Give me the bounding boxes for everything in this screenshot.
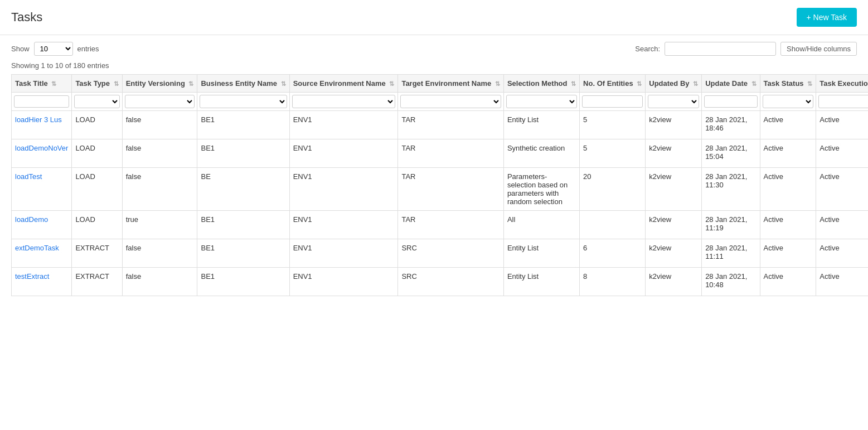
cell-no-of-entities: 6: [580, 239, 646, 268]
filter-selection-method[interactable]: [503, 93, 579, 111]
col-selection-method[interactable]: Selection Method ⇅: [503, 75, 579, 93]
task-title-link[interactable]: loadHier 3 Lus: [15, 115, 62, 124]
cell-task-status: Active: [760, 239, 816, 268]
cell-business-entity-name: BE1: [197, 239, 289, 268]
cell-task-execution-status: Active: [816, 211, 868, 239]
col-update-date[interactable]: Update Date ⇅: [702, 75, 760, 93]
filter-selection-method-select[interactable]: [506, 95, 577, 108]
col-source-env[interactable]: Source Environment Name ⇅: [289, 75, 398, 93]
filter-task-exec-status[interactable]: [816, 93, 868, 111]
col-task-type[interactable]: Task Type ⇅: [72, 75, 122, 93]
sort-icon-no-entities: ⇅: [637, 80, 642, 88]
cell-task-type: EXTRACT: [72, 239, 122, 268]
show-hide-columns-button[interactable]: Show/Hide columns: [780, 42, 857, 56]
cell-source-env: ENV1: [289, 111, 398, 139]
show-entries-control: Show 10 25 50 100 entries: [11, 42, 99, 56]
filter-entity-versioning[interactable]: [122, 93, 197, 111]
cell-updated-by: k2view: [646, 211, 702, 239]
sort-icon-source-env: ⇅: [389, 80, 394, 88]
cell-task-execution-status: Active: [816, 111, 868, 139]
new-task-button[interactable]: + New Task: [797, 8, 857, 27]
cell-entity-versioning: true: [122, 211, 197, 239]
task-title-link[interactable]: testExtract: [15, 272, 49, 281]
cell-source-env: ENV1: [289, 168, 398, 211]
cell-target-env: TAR: [398, 111, 503, 139]
filter-target-env-select[interactable]: [400, 95, 501, 108]
filter-source-env[interactable]: [289, 93, 398, 111]
tasks-table: Task Title ⇅ Task Type ⇅ Entity Versioni…: [11, 74, 868, 296]
cell-updated-by: k2view: [646, 268, 702, 296]
filter-task-status-select[interactable]: [763, 95, 814, 108]
filter-source-env-select[interactable]: [292, 95, 396, 108]
filter-target-env[interactable]: [398, 93, 503, 111]
cell-task-status: Active: [760, 268, 816, 296]
cell-updated-by: k2view: [646, 239, 702, 268]
filter-updated-by-select[interactable]: [648, 95, 699, 108]
cell-no-of-entities: [580, 211, 646, 239]
cell-no-of-entities: 5: [580, 139, 646, 168]
cell-business-entity-name: BE1: [197, 139, 289, 168]
table-row: loadDemoNoVerLOADfalseBE1ENV1TARSyntheti…: [12, 139, 869, 168]
cell-business-entity-name: BE1: [197, 211, 289, 239]
task-title-link[interactable]: loadDemoNoVer: [15, 144, 68, 152]
cell-selection-method: Entity List: [503, 268, 579, 296]
filter-task-type-select[interactable]: [74, 95, 119, 108]
column-header-row: Task Title ⇅ Task Type ⇅ Entity Versioni…: [12, 75, 869, 93]
table-body: loadHier 3 LusLOADfalseBE1ENV1TAREntity …: [12, 111, 869, 296]
cell-task-type: EXTRACT: [72, 268, 122, 296]
cell-target-env: TAR: [398, 139, 503, 168]
sort-icon-task-type: ⇅: [114, 80, 119, 88]
filter-business-entity-select[interactable]: [200, 95, 287, 108]
filter-entity-versioning-select[interactable]: [125, 95, 195, 108]
filter-no-entities-input[interactable]: [582, 95, 643, 108]
filter-task-type[interactable]: [72, 93, 122, 111]
filter-updated-by[interactable]: [646, 93, 702, 111]
cell-task-status: Active: [760, 211, 816, 239]
toolbar: Show 10 25 50 100 entries Search: Show/H…: [0, 35, 868, 58]
task-title-link[interactable]: loadTest: [15, 172, 42, 181]
page-header: Tasks + New Task: [0, 0, 868, 35]
filter-task-title[interactable]: [12, 93, 72, 111]
cell-business-entity-name: BE: [197, 168, 289, 211]
filter-task-status[interactable]: [760, 93, 816, 111]
task-title-link[interactable]: extDemoTask: [15, 244, 59, 252]
task-title-link[interactable]: loadDemo: [15, 215, 48, 224]
cell-task-status: Active: [760, 139, 816, 168]
filter-update-date-input[interactable]: [704, 95, 757, 108]
cell-entity-versioning: false: [122, 111, 197, 139]
cell-selection-method: Parameters- selection based on parameter…: [503, 168, 579, 211]
sort-icon-task-title: ⇅: [51, 80, 56, 88]
filter-task-title-input[interactable]: [14, 95, 69, 108]
show-label: Show: [11, 45, 30, 53]
cell-update-date: 28 Jan 2021, 11:11: [702, 239, 760, 268]
table-row: testExtractEXTRACTfalseBE1ENV1SRCEntity …: [12, 268, 869, 296]
filter-no-of-entities[interactable]: [580, 93, 646, 111]
sort-icon-task-status: ⇅: [807, 80, 812, 88]
col-task-status[interactable]: Task Status ⇅: [760, 75, 816, 93]
cell-update-date: 28 Jan 2021, 18:46: [702, 111, 760, 139]
col-entity-versioning[interactable]: Entity Versioning ⇅: [122, 75, 197, 93]
cell-task-execution-status: Active: [816, 268, 868, 296]
col-target-env[interactable]: Target Environment Name ⇅: [398, 75, 503, 93]
sort-icon-updated-by: ⇅: [693, 80, 698, 88]
table-row: loadDemoLOADtrueBE1ENV1TARAllk2view28 Ja…: [12, 211, 869, 239]
filter-update-date[interactable]: [702, 93, 760, 111]
col-no-of-entities[interactable]: No. Of Entities ⇅: [580, 75, 646, 93]
cell-task-title: loadTest: [12, 168, 72, 211]
cell-target-env: SRC: [398, 239, 503, 268]
col-task-title[interactable]: Task Title ⇅: [12, 75, 72, 93]
entries-per-page-select[interactable]: 10 25 50 100: [34, 42, 73, 56]
filter-task-exec-status-select[interactable]: [818, 95, 868, 108]
col-business-entity-name[interactable]: Business Entity Name ⇅: [197, 75, 289, 93]
col-updated-by[interactable]: Updated By ⇅: [646, 75, 702, 93]
cell-no-of-entities: 8: [580, 268, 646, 296]
cell-entity-versioning: false: [122, 268, 197, 296]
filter-business-entity[interactable]: [197, 93, 289, 111]
cell-updated-by: k2view: [646, 168, 702, 211]
cell-task-title: loadDemo: [12, 211, 72, 239]
col-task-execution-status[interactable]: Task Execution Status ⇅: [816, 75, 868, 93]
cell-selection-method: Synthetic creation: [503, 139, 579, 168]
cell-updated-by: k2view: [646, 139, 702, 168]
search-input[interactable]: [665, 42, 776, 56]
cell-selection-method: Entity List: [503, 111, 579, 139]
